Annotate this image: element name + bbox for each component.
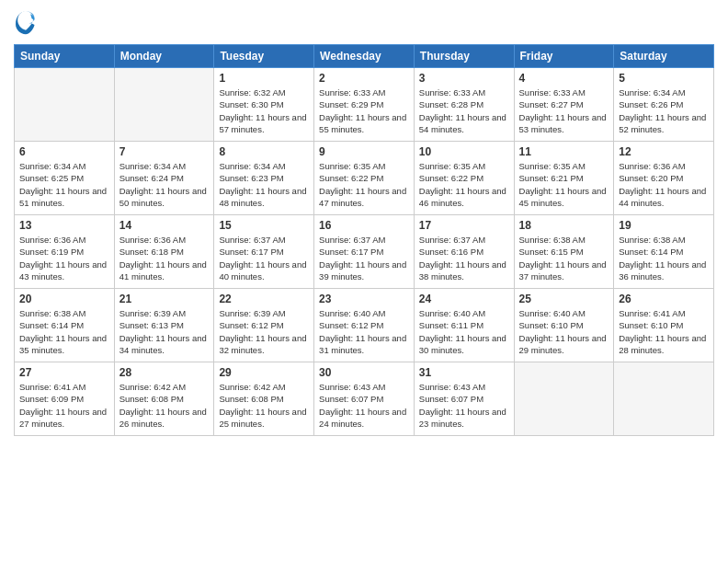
- day-number: 29: [219, 366, 309, 379]
- column-header-sunday: Sunday: [15, 45, 115, 68]
- day-number: 9: [319, 145, 409, 158]
- calendar-cell: 10Sunrise: 6:35 AM Sunset: 6:22 PM Dayli…: [414, 142, 514, 215]
- calendar-cell: 7Sunrise: 6:34 AM Sunset: 6:24 PM Daylig…: [114, 142, 214, 215]
- calendar-cell: 6Sunrise: 6:34 AM Sunset: 6:25 PM Daylig…: [15, 142, 115, 215]
- calendar-cell: 1Sunrise: 6:32 AM Sunset: 6:30 PM Daylig…: [214, 68, 314, 142]
- calendar-cell: 21Sunrise: 6:39 AM Sunset: 6:13 PM Dayli…: [114, 289, 214, 362]
- cell-info: Sunrise: 6:41 AM Sunset: 6:09 PM Dayligh…: [19, 381, 109, 430]
- cell-info: Sunrise: 6:40 AM Sunset: 6:11 PM Dayligh…: [419, 307, 509, 356]
- calendar-cell: 3Sunrise: 6:33 AM Sunset: 6:28 PM Daylig…: [414, 68, 514, 142]
- calendar-cell: 23Sunrise: 6:40 AM Sunset: 6:12 PM Dayli…: [314, 289, 415, 362]
- calendar-cell: 14Sunrise: 6:36 AM Sunset: 6:18 PM Dayli…: [114, 215, 214, 289]
- cell-info: Sunrise: 6:42 AM Sunset: 6:08 PM Dayligh…: [119, 381, 210, 430]
- calendar-cell: 2Sunrise: 6:33 AM Sunset: 6:29 PM Daylig…: [314, 68, 415, 142]
- column-header-friday: Friday: [514, 45, 614, 68]
- calendar-cell: 4Sunrise: 6:33 AM Sunset: 6:27 PM Daylig…: [514, 68, 614, 142]
- calendar-cell: [514, 362, 614, 436]
- calendar-cell: [614, 362, 714, 436]
- calendar-cell: 5Sunrise: 6:34 AM Sunset: 6:26 PM Daylig…: [614, 68, 714, 142]
- logo: [14, 9, 36, 39]
- cell-info: Sunrise: 6:38 AM Sunset: 6:15 PM Dayligh…: [519, 234, 609, 282]
- day-number: 3: [419, 72, 509, 85]
- calendar-cell: 17Sunrise: 6:37 AM Sunset: 6:16 PM Dayli…: [414, 215, 514, 289]
- cell-info: Sunrise: 6:38 AM Sunset: 6:14 PM Dayligh…: [19, 307, 109, 356]
- cell-info: Sunrise: 6:42 AM Sunset: 6:08 PM Dayligh…: [219, 381, 309, 430]
- calendar-cell: 15Sunrise: 6:37 AM Sunset: 6:17 PM Dayli…: [214, 215, 314, 289]
- day-number: 27: [19, 366, 109, 379]
- day-number: 24: [419, 293, 509, 305]
- calendar-cell: 22Sunrise: 6:39 AM Sunset: 6:12 PM Dayli…: [214, 289, 314, 362]
- cell-info: Sunrise: 6:35 AM Sunset: 6:21 PM Dayligh…: [519, 160, 609, 209]
- day-number: 25: [519, 293, 609, 305]
- cell-info: Sunrise: 6:39 AM Sunset: 6:13 PM Dayligh…: [119, 307, 210, 356]
- day-number: 15: [219, 219, 309, 232]
- calendar-cell: 27Sunrise: 6:41 AM Sunset: 6:09 PM Dayli…: [15, 362, 115, 436]
- calendar-cell: 25Sunrise: 6:40 AM Sunset: 6:10 PM Dayli…: [514, 289, 614, 362]
- cell-info: Sunrise: 6:37 AM Sunset: 6:17 PM Dayligh…: [319, 234, 409, 282]
- calendar-cell: 26Sunrise: 6:41 AM Sunset: 6:10 PM Dayli…: [614, 289, 714, 362]
- cell-info: Sunrise: 6:36 AM Sunset: 6:19 PM Dayligh…: [19, 234, 109, 282]
- calendar-cell: 19Sunrise: 6:38 AM Sunset: 6:14 PM Dayli…: [614, 215, 714, 289]
- week-row-5: 27Sunrise: 6:41 AM Sunset: 6:09 PM Dayli…: [15, 362, 714, 436]
- calendar-cell: [15, 68, 115, 142]
- week-row-1: 1Sunrise: 6:32 AM Sunset: 6:30 PM Daylig…: [15, 68, 714, 142]
- day-number: 28: [119, 366, 210, 379]
- cell-info: Sunrise: 6:40 AM Sunset: 6:12 PM Dayligh…: [319, 307, 409, 356]
- day-number: 30: [319, 366, 409, 379]
- cell-info: Sunrise: 6:41 AM Sunset: 6:10 PM Dayligh…: [619, 307, 709, 356]
- column-header-wednesday: Wednesday: [314, 45, 415, 68]
- calendar-cell: 13Sunrise: 6:36 AM Sunset: 6:19 PM Dayli…: [15, 215, 115, 289]
- cell-info: Sunrise: 6:35 AM Sunset: 6:22 PM Dayligh…: [419, 160, 509, 209]
- calendar-cell: 24Sunrise: 6:40 AM Sunset: 6:11 PM Dayli…: [414, 289, 514, 362]
- calendar-cell: 11Sunrise: 6:35 AM Sunset: 6:21 PM Dayli…: [514, 142, 614, 215]
- calendar-cell: 9Sunrise: 6:35 AM Sunset: 6:22 PM Daylig…: [314, 142, 415, 215]
- day-number: 4: [519, 72, 609, 85]
- calendar-header-row: SundayMondayTuesdayWednesdayThursdayFrid…: [15, 45, 714, 68]
- day-number: 31: [419, 366, 509, 379]
- calendar-cell: [114, 68, 214, 142]
- logo-icon: [16, 9, 36, 35]
- column-header-saturday: Saturday: [614, 45, 714, 68]
- day-number: 21: [119, 293, 210, 305]
- calendar-cell: 30Sunrise: 6:43 AM Sunset: 6:07 PM Dayli…: [314, 362, 415, 436]
- calendar-cell: 20Sunrise: 6:38 AM Sunset: 6:14 PM Dayli…: [15, 289, 115, 362]
- day-number: 16: [319, 219, 409, 232]
- cell-info: Sunrise: 6:37 AM Sunset: 6:17 PM Dayligh…: [219, 234, 309, 282]
- cell-info: Sunrise: 6:35 AM Sunset: 6:22 PM Dayligh…: [319, 160, 409, 209]
- day-number: 26: [619, 293, 709, 305]
- cell-info: Sunrise: 6:32 AM Sunset: 6:30 PM Dayligh…: [219, 86, 309, 135]
- cell-info: Sunrise: 6:34 AM Sunset: 6:24 PM Dayligh…: [119, 160, 210, 209]
- page: SundayMondayTuesdayWednesdayThursdayFrid…: [0, 0, 728, 563]
- calendar-cell: 28Sunrise: 6:42 AM Sunset: 6:08 PM Dayli…: [114, 362, 214, 436]
- cell-info: Sunrise: 6:43 AM Sunset: 6:07 PM Dayligh…: [419, 381, 509, 430]
- week-row-2: 6Sunrise: 6:34 AM Sunset: 6:25 PM Daylig…: [15, 142, 714, 215]
- cell-info: Sunrise: 6:38 AM Sunset: 6:14 PM Dayligh…: [619, 234, 709, 282]
- day-number: 5: [619, 72, 709, 85]
- cell-info: Sunrise: 6:36 AM Sunset: 6:18 PM Dayligh…: [119, 234, 210, 282]
- calendar-cell: 12Sunrise: 6:36 AM Sunset: 6:20 PM Dayli…: [614, 142, 714, 215]
- calendar-cell: 31Sunrise: 6:43 AM Sunset: 6:07 PM Dayli…: [414, 362, 514, 436]
- calendar-cell: 8Sunrise: 6:34 AM Sunset: 6:23 PM Daylig…: [214, 142, 314, 215]
- header: [14, 9, 714, 39]
- day-number: 8: [219, 145, 309, 158]
- cell-info: Sunrise: 6:33 AM Sunset: 6:29 PM Dayligh…: [319, 86, 409, 135]
- cell-info: Sunrise: 6:33 AM Sunset: 6:27 PM Dayligh…: [519, 86, 609, 135]
- cell-info: Sunrise: 6:43 AM Sunset: 6:07 PM Dayligh…: [319, 381, 409, 430]
- day-number: 6: [19, 145, 109, 158]
- calendar-cell: 16Sunrise: 6:37 AM Sunset: 6:17 PM Dayli…: [314, 215, 415, 289]
- cell-info: Sunrise: 6:33 AM Sunset: 6:28 PM Dayligh…: [419, 86, 509, 135]
- day-number: 22: [219, 293, 309, 305]
- day-number: 11: [519, 145, 609, 158]
- cell-info: Sunrise: 6:34 AM Sunset: 6:25 PM Dayligh…: [19, 160, 109, 209]
- cell-info: Sunrise: 6:34 AM Sunset: 6:26 PM Dayligh…: [619, 86, 709, 135]
- cell-info: Sunrise: 6:40 AM Sunset: 6:10 PM Dayligh…: [519, 307, 609, 356]
- cell-info: Sunrise: 6:36 AM Sunset: 6:20 PM Dayligh…: [619, 160, 709, 209]
- calendar-cell: 29Sunrise: 6:42 AM Sunset: 6:08 PM Dayli…: [214, 362, 314, 436]
- day-number: 2: [319, 72, 409, 85]
- day-number: 1: [219, 72, 309, 85]
- day-number: 20: [19, 293, 109, 305]
- day-number: 23: [319, 293, 409, 305]
- cell-info: Sunrise: 6:39 AM Sunset: 6:12 PM Dayligh…: [219, 307, 309, 356]
- day-number: 7: [119, 145, 210, 158]
- day-number: 13: [19, 219, 109, 232]
